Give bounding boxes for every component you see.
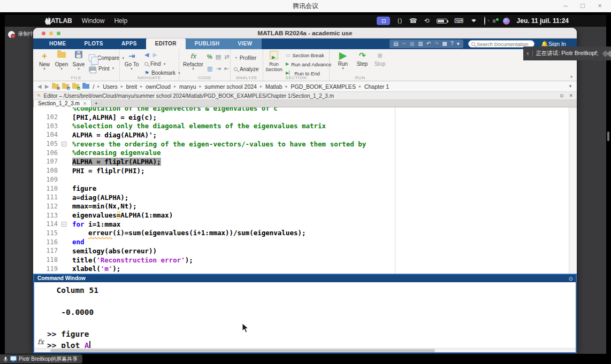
keyboard-icon[interactable]: ⌨	[454, 17, 463, 25]
code-line[interactable]: 118title('Reconstruction error');	[33, 255, 568, 265]
save-button[interactable]: Save▼	[71, 51, 87, 71]
wifi-icon[interactable]	[470, 17, 477, 25]
battery-icon[interactable]	[437, 19, 447, 24]
print-icon[interactable]: ▩	[442, 40, 447, 48]
code-line[interactable]: %computation of the eigenvectors & eigen…	[33, 107, 568, 113]
command-window-output[interactable]: Column 51 -0.0000>> figure>> plot A	[34, 282, 576, 348]
breadcrumb-item[interactable]: breit	[126, 83, 137, 90]
editor-actions-icon[interactable]: ⊙	[560, 93, 564, 98]
screen-share-icon[interactable]: ⊡	[377, 17, 390, 25]
analyze-button[interactable]: Analyze	[234, 66, 259, 72]
code-line[interactable]: 112mmax=min(Nx,Nt);	[33, 202, 568, 211]
breadcrumb-item[interactable]: /	[93, 83, 94, 90]
code-brackets-icon[interactable]: ⟨⟩	[397, 17, 402, 25]
code-editor[interactable]: %computation of the eigenvectors & eigen…	[33, 107, 577, 274]
command-window[interactable]: Command Window ⊙ Column 51 -0.0000>> fig…	[33, 274, 577, 353]
code-line[interactable]: 105−%reverse the ordering of the eigen-v…	[33, 140, 568, 149]
find-button[interactable]: Find▼	[144, 61, 166, 67]
ribbon-tab-publish[interactable]: PUBLISH	[186, 38, 229, 49]
dropdown-icon[interactable]: ▾	[457, 40, 460, 48]
command-window-menu-icon[interactable]: ⊙	[569, 275, 573, 283]
step-button[interactable]: ↷ Step	[354, 50, 370, 67]
ribbon-tab-home[interactable]: HOME	[40, 38, 75, 49]
code-line[interactable]: 104ALPHA = diag(ALPHA)';	[33, 130, 568, 140]
help-icon[interactable]: ?	[450, 40, 454, 48]
save-icon[interactable]: ▤	[393, 40, 398, 48]
command-window-hscrollbar[interactable]	[34, 348, 576, 352]
code-line[interactable]: 110figure	[33, 184, 568, 193]
code-line[interactable]: 115 erreur(i)=sum(eigenvalues(i+1:mmax))…	[33, 229, 568, 238]
breadcrumb-item[interactable]: ownCloud	[146, 83, 171, 90]
indent-left-icon[interactable]: ⇤	[224, 65, 229, 72]
hscrollbar-handle[interactable]	[50, 349, 435, 352]
displays-icon[interactable]: ≡	[492, 18, 495, 24]
path-dropdown-icon[interactable]: ▼	[568, 84, 572, 89]
code-line[interactable]: 117semilogy(abs(erreur))	[33, 246, 568, 255]
code-line[interactable]: 106%decreasing eigenvalue	[33, 148, 568, 157]
code-line[interactable]: 109	[33, 175, 568, 184]
minimize-button[interactable]: –	[559, 0, 572, 12]
comment-icon[interactable]: %	[207, 53, 212, 60]
new-tab-button[interactable]: +	[91, 100, 101, 107]
file-tab[interactable]: Section_1_2_3.m ✕	[33, 100, 91, 107]
breadcrumb-item[interactable]: Matlab	[265, 83, 282, 90]
back-arrow-icon[interactable]: ◀	[144, 51, 149, 58]
refactor-button[interactable]: fx Refactor▼	[181, 51, 205, 71]
new-button[interactable]: + New▼	[36, 51, 52, 71]
uncomment-icon[interactable]: ⇄	[224, 53, 229, 60]
screen-share-badge[interactable]: Piotr Breitkop的屏幕共享	[0, 354, 82, 363]
indent-right-icon[interactable]: ⇥	[216, 65, 220, 72]
tab-close-icon[interactable]: ✕	[83, 100, 87, 107]
section-break-button[interactable]: ▭ Section Break	[286, 52, 324, 58]
folder-cloud-icon[interactable]: ●	[62, 84, 69, 89]
code-line[interactable]: 108PHI = fliplr(PHI);	[33, 166, 568, 175]
path-back-icon[interactable]: ◀	[37, 83, 42, 89]
smart-indent-icon[interactable]: ▥	[207, 65, 212, 72]
apple-logo-icon[interactable]	[45, 17, 52, 25]
undo-icon[interactable]: ↶	[426, 40, 431, 48]
print-button[interactable]: Print▼	[89, 65, 115, 72]
path-forward-icon[interactable]: ▶	[45, 83, 49, 89]
spotlight-icon[interactable]	[484, 17, 485, 25]
command-window-header[interactable]: Command Window ⊙	[34, 275, 576, 282]
phone-icon[interactable]: ☎	[409, 17, 417, 25]
goto-button[interactable]: ⇥ Go To▼	[123, 51, 141, 71]
code-line[interactable]: 114−for i=1:mmax	[33, 220, 568, 229]
breadcrumb-item[interactable]: Users	[103, 83, 117, 90]
collapse-ribbon-icon[interactable]: ▴	[570, 74, 572, 79]
code-line[interactable]: 116end	[33, 237, 568, 246]
search-input[interactable]	[477, 41, 531, 47]
folder-browse-icon[interactable]: ➤	[72, 84, 79, 89]
ribbon-tab-view[interactable]: VIEW	[229, 38, 262, 49]
wrap-comments-icon[interactable]: ▤	[216, 53, 221, 60]
code-line[interactable]: 107ALPHA = fliplr(ALPHA);	[33, 157, 568, 166]
breadcrumb-item[interactable]: Chapter 1	[364, 83, 389, 90]
time-machine-icon[interactable]: ⟲	[424, 17, 430, 25]
paste-icon[interactable]: ▥	[418, 40, 423, 48]
ribbon-tab-plots[interactable]: PLOTS	[75, 38, 112, 49]
fold-marker-icon[interactable]: −	[62, 142, 66, 146]
profiler-button[interactable]: ◔ Profiler	[234, 55, 256, 61]
editor-close-icon[interactable]: ✕	[569, 93, 573, 98]
ribbon-tab-editor[interactable]: EDITOR	[146, 38, 186, 49]
code-line[interactable]: 111a=diag(ALPHA);	[33, 193, 568, 202]
run-button[interactable]: ▶ Run▼	[335, 50, 351, 70]
close-button[interactable]: ×	[593, 0, 607, 12]
code-line[interactable]: 102[PHI,ALPHA] = eig(c);	[33, 113, 568, 122]
annotation-strip[interactable]	[569, 107, 577, 274]
menubar-menu-help[interactable]: Help	[114, 17, 127, 25]
ribbon-tab-apps[interactable]: APPS	[112, 38, 146, 49]
code-line[interactable]: 119xlabel('m');	[33, 264, 568, 273]
run-and-advance-button[interactable]: ▶ Run and Advance	[286, 61, 331, 67]
menubar-clock[interactable]: Jeu. 11 juil. 11:24	[517, 17, 569, 25]
fold-marker-icon[interactable]: −	[62, 222, 66, 227]
code-line[interactable]: 113eigenvalues=ALPHA(1:mmax)	[33, 211, 568, 220]
breadcrumb-item[interactable]: PGD_BOOK_EXAMPLES	[291, 83, 356, 90]
breadcrumb-item[interactable]: manyu	[179, 83, 196, 90]
open-button[interactable]: Open▼	[54, 51, 70, 71]
menubar-menu-window[interactable]: Window	[82, 17, 105, 25]
run-section-button[interactable]: Run Section	[264, 51, 284, 72]
siri-icon[interactable]	[503, 18, 510, 25]
breadcrumb-item[interactable]: summer school 2024	[204, 83, 256, 90]
maximize-button[interactable]: □	[576, 0, 590, 12]
